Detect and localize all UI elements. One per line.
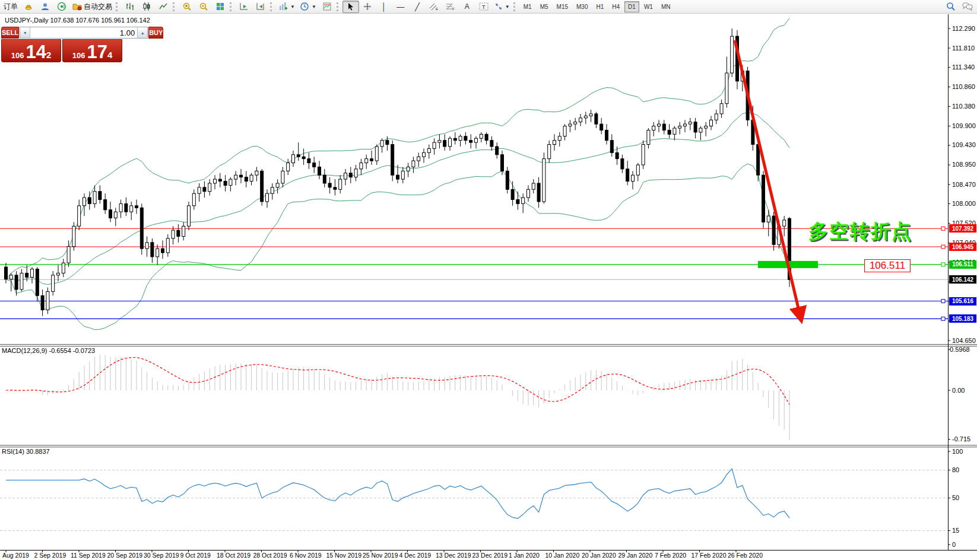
candle-body: [172, 230, 175, 238]
candle-body: [490, 141, 493, 147]
candle-body: [652, 126, 655, 131]
sell-button[interactable]: SELL: [1, 27, 19, 39]
main-chart-panel: [0, 18, 948, 330]
candle-body: [375, 147, 378, 161]
arrows-tool[interactable]: ▼: [492, 1, 512, 13]
candle-body: [537, 183, 540, 202]
candle-body: [715, 114, 718, 120]
candle-body: [287, 163, 290, 171]
vertical-line-tool[interactable]: │: [376, 1, 392, 13]
templates-button[interactable]: [319, 1, 335, 13]
price-chart-canvas[interactable]: [0, 0, 977, 560]
zoom-in-icon[interactable]: [179, 1, 195, 13]
signal-icon[interactable]: [53, 1, 70, 13]
trendline-tool[interactable]: ╱: [409, 1, 426, 13]
candle-body: [720, 104, 723, 114]
timeframe-button-mn[interactable]: MN: [658, 1, 674, 12]
timeframe-button-w1[interactable]: W1: [640, 1, 656, 12]
candle-body: [281, 171, 284, 183]
text-tool[interactable]: A: [459, 1, 475, 13]
candle-body: [339, 179, 342, 189]
candle-body: [464, 136, 467, 141]
periods-button[interactable]: ▼: [297, 1, 319, 13]
price-tag: 105.616: [949, 297, 976, 306]
candle-body: [423, 152, 426, 157]
chart-shift-icon[interactable]: [252, 1, 269, 13]
candle-body: [119, 203, 122, 212]
timeframe-button-m30[interactable]: M30: [573, 1, 591, 12]
community-icon[interactable]: [37, 1, 53, 13]
crosshair-tool[interactable]: [359, 1, 376, 13]
candle-body: [453, 138, 456, 140]
macd-tick-label: -0.715: [952, 435, 970, 443]
rsi-tick-label: 100: [952, 448, 963, 455]
volume-input[interactable]: [30, 27, 137, 38]
candle-body: [684, 124, 687, 126]
bollinger-band-line: [6, 113, 789, 285]
candle-body: [496, 147, 499, 155]
candle-body: [516, 199, 519, 203]
candle-body: [57, 273, 60, 275]
candle-body: [182, 226, 185, 236]
candle-body: [443, 141, 446, 147]
bar-chart-type-icon[interactable]: [122, 1, 138, 13]
candle-body: [229, 179, 232, 185]
timeframe-button-h4[interactable]: H4: [608, 1, 623, 12]
timeframe-button-m1[interactable]: M1: [520, 1, 535, 12]
auto-scroll-icon[interactable]: [236, 1, 252, 13]
candle-body: [88, 198, 91, 203]
price-tick-label: 108.470: [952, 181, 976, 188]
level-price-label[interactable]: 106.511: [864, 259, 911, 272]
candlestick-chart-type-icon[interactable]: [138, 1, 155, 13]
indicators-button[interactable]: ▼: [276, 1, 297, 13]
text-label-tool[interactable]: T: [475, 1, 492, 13]
buy-button[interactable]: BUY: [148, 27, 163, 39]
volume-decrease-button[interactable]: ▼: [20, 27, 30, 38]
fibonacci-tool[interactable]: F: [442, 1, 459, 13]
price-tick-label: 109.900: [952, 122, 976, 129]
timeframe-button-d1[interactable]: D1: [624, 1, 639, 12]
turning-point-annotation[interactable]: 多空转折点: [808, 218, 912, 245]
chart-title: USDJPY-,Daily 107.638 107.676 105.961 10…: [5, 17, 150, 24]
candle-body: [130, 206, 133, 212]
price-tag: 106.511: [949, 260, 976, 269]
candle-body: [605, 130, 608, 140]
tile-windows-icon[interactable]: [212, 1, 229, 13]
cursor-tool[interactable]: [342, 1, 359, 13]
gold-icon[interactable]: [20, 1, 37, 13]
candle-body: [266, 193, 269, 202]
candle-body: [480, 134, 483, 138]
sell-price-panel[interactable]: 106 14 2: [1, 39, 61, 62]
line-chart-type-icon[interactable]: [155, 1, 172, 13]
channel-tool[interactable]: E: [426, 1, 442, 13]
buy-price-panel[interactable]: 106 17 4: [62, 39, 122, 62]
timeframe-button-m5[interactable]: M5: [537, 1, 552, 12]
candle-body: [41, 295, 44, 310]
new-order-button[interactable]: 订单: [1, 1, 20, 13]
candle-body: [475, 138, 478, 142]
chat-icon[interactable]: [959, 1, 976, 13]
date-tick-label: 30 Sep 2019: [144, 552, 179, 559]
timeframe-button-m15[interactable]: M15: [553, 1, 572, 12]
timeframe-button-h1[interactable]: H1: [592, 1, 607, 12]
date-tick-label: 9 Oct 2019: [180, 552, 211, 559]
candle-body: [125, 203, 128, 212]
horizontal-line-tool[interactable]: —: [392, 1, 409, 13]
volume-increase-button[interactable]: ▲: [137, 27, 147, 38]
search-icon[interactable]: [943, 1, 959, 13]
candle-body: [558, 136, 561, 141]
candle-body: [140, 208, 143, 249]
zoom-out-icon[interactable]: [195, 1, 212, 13]
date-tick-label: 10 Jan 2020: [545, 552, 580, 559]
buy-price-pip: 4: [107, 50, 112, 59]
new-order-label: 订单: [4, 2, 18, 12]
candle-body: [67, 247, 70, 263]
candle-body: [662, 124, 665, 130]
candle-body: [344, 173, 347, 179]
candle-body: [20, 273, 23, 289]
autotrading-button[interactable]: 自动交易: [70, 1, 115, 13]
candle-body: [396, 175, 399, 179]
candle-body: [616, 152, 618, 158]
date-tick-label: 13 Dec 2019: [436, 552, 471, 559]
svg-text:F: F: [452, 7, 455, 11]
